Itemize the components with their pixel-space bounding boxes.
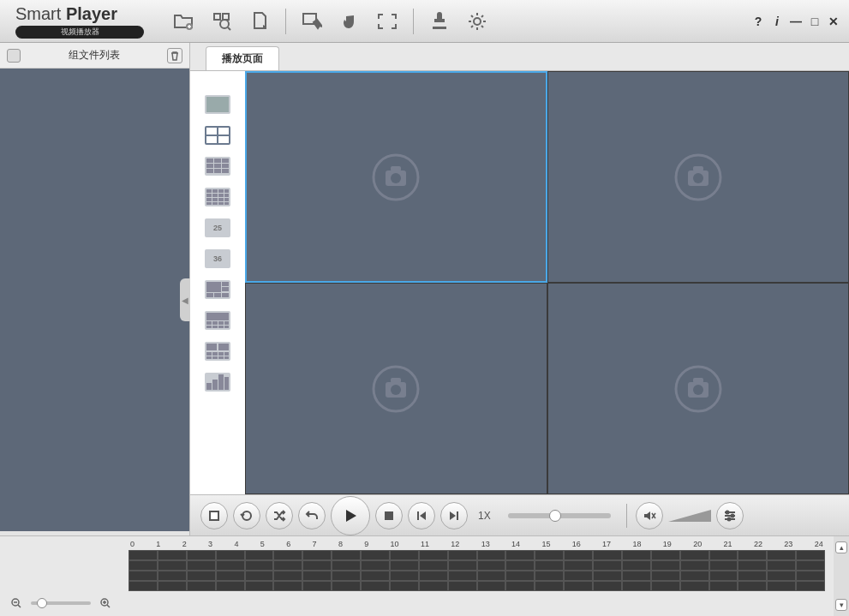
timeline-cell[interactable]	[796, 571, 825, 581]
timeline-cell[interactable]	[129, 560, 158, 571]
layout-25-button[interactable]: 25	[205, 218, 230, 237]
timeline-cell[interactable]	[505, 581, 535, 591]
info-button[interactable]: i	[770, 15, 784, 28]
timeline-cell[interactable]	[216, 581, 245, 591]
timeline-cell[interactable]	[361, 571, 390, 581]
timeline-cell[interactable]	[390, 550, 419, 560]
timeline-cell[interactable]	[535, 550, 564, 560]
timeline-cell[interactable]	[738, 571, 767, 581]
timeline-cell[interactable]	[651, 550, 680, 560]
zoom-in-button[interactable]	[98, 595, 113, 611]
timeline-cell[interactable]	[361, 560, 390, 571]
timeline-cell[interactable]	[680, 550, 709, 560]
collapse-sidebar-button[interactable]: ◀	[180, 278, 190, 321]
stamp-button[interactable]	[422, 6, 457, 37]
video-cell-4[interactable]	[547, 283, 850, 494]
timeline-cell[interactable]	[361, 581, 390, 591]
timeline-cell[interactable]	[302, 560, 332, 571]
add-folder-button[interactable]	[167, 6, 201, 37]
timeline-cell[interactable]	[448, 560, 477, 571]
loop-button[interactable]	[233, 502, 260, 529]
layout-custom3-button[interactable]	[205, 342, 230, 361]
close-button[interactable]: ✕	[827, 15, 840, 28]
timeline-cell[interactable]	[738, 560, 767, 571]
timeline-cell[interactable]	[651, 560, 680, 571]
timeline-cell[interactable]	[390, 581, 419, 591]
timeline-cell[interactable]	[129, 571, 158, 581]
minimize-button[interactable]: —	[789, 15, 803, 28]
tab-playback[interactable]: 播放页面	[206, 46, 279, 70]
timeline-cell[interactable]	[622, 581, 651, 591]
shuffle-button[interactable]	[266, 502, 293, 529]
timeline-cell[interactable]	[448, 550, 477, 560]
timeline-cell[interactable]	[709, 550, 738, 560]
timeline-cell[interactable]	[738, 550, 767, 560]
timeline-cell[interactable]	[158, 550, 187, 560]
timeline-cell[interactable]	[245, 581, 274, 591]
layout-1-button[interactable]	[205, 95, 230, 114]
pan-button[interactable]	[332, 6, 367, 37]
timeline-cell[interactable]	[535, 571, 564, 581]
timeline-cell[interactable]	[187, 581, 216, 591]
timeline-cell[interactable]	[564, 571, 593, 581]
timeline-cell[interactable]	[187, 560, 216, 571]
timeline-cell[interactable]	[477, 571, 506, 581]
timeline-cell[interactable]	[593, 581, 622, 591]
timeline-cell[interactable]	[622, 560, 651, 571]
timeline-cell[interactable]	[390, 560, 419, 571]
timeline-cell[interactable]	[361, 550, 390, 560]
timeline-cell[interactable]	[273, 581, 302, 591]
timeline-cell[interactable]	[622, 571, 651, 581]
timeline-cell[interactable]	[158, 581, 187, 591]
delete-button[interactable]	[167, 48, 182, 63]
timeline-cell[interactable]	[273, 571, 302, 581]
timeline-cell[interactable]	[332, 550, 361, 560]
timeline-cell[interactable]	[622, 550, 651, 560]
layout-4-button[interactable]	[205, 126, 230, 145]
timeline-cell[interactable]	[187, 550, 216, 560]
timeline-cell[interactable]	[273, 550, 302, 560]
timeline-cell[interactable]	[332, 560, 361, 571]
video-cell-3[interactable]	[245, 283, 547, 494]
timeline-cell[interactable]	[158, 560, 187, 571]
timeline-cell[interactable]	[216, 550, 245, 560]
timeline-cell[interactable]	[796, 560, 825, 571]
timeline-cell[interactable]	[245, 550, 274, 560]
settings-button[interactable]	[460, 6, 494, 37]
fullscreen-toggle-button[interactable]	[200, 502, 228, 529]
timeline-cell[interactable]	[477, 560, 506, 571]
timeline-cell[interactable]	[302, 571, 332, 581]
next-frame-button[interactable]	[440, 502, 468, 529]
timeline-cell[interactable]	[680, 571, 709, 581]
timeline-cell[interactable]	[796, 581, 825, 591]
timeline-cell[interactable]	[419, 581, 448, 591]
timeline-cell[interactable]	[129, 581, 158, 591]
select-region-button[interactable]	[295, 6, 329, 37]
speed-slider[interactable]	[508, 513, 611, 518]
timeline-cell[interactable]	[419, 560, 448, 571]
stop-button[interactable]	[375, 502, 403, 529]
export-button[interactable]	[242, 6, 277, 37]
timeline-cell[interactable]	[505, 550, 535, 560]
timeline-cell[interactable]	[651, 581, 680, 591]
timeline-cell[interactable]	[564, 581, 593, 591]
timeline-cell[interactable]	[564, 560, 593, 571]
timeline-cell[interactable]	[477, 581, 506, 591]
timeline-cell[interactable]	[302, 550, 332, 560]
timeline-cell[interactable]	[390, 571, 419, 581]
timeline-cell[interactable]	[593, 550, 622, 560]
timeline-cell[interactable]	[216, 571, 245, 581]
timeline-cell[interactable]	[505, 571, 535, 581]
zoom-out-button[interactable]	[9, 595, 24, 611]
timeline-cell[interactable]	[332, 581, 361, 591]
select-all-checkbox[interactable]	[7, 49, 21, 63]
timeline-cell[interactable]	[477, 550, 506, 560]
zoom-slider[interactable]	[31, 601, 91, 605]
timeline-cell[interactable]	[158, 571, 187, 581]
timeline-cell[interactable]	[593, 571, 622, 581]
timeline-cell[interactable]	[709, 560, 738, 571]
layout-custom1-button[interactable]	[205, 280, 230, 299]
mute-button[interactable]	[636, 502, 663, 529]
layout-16-button[interactable]	[205, 188, 230, 206]
maximize-button[interactable]: □	[808, 15, 822, 28]
